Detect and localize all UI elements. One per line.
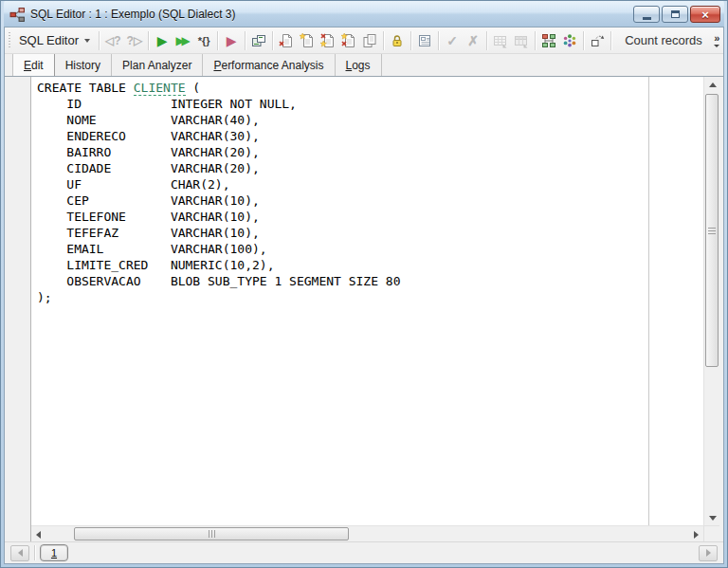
scroll-grip-icon	[708, 228, 716, 234]
toolbar-overflow-button[interactable]: »	[713, 29, 721, 52]
vertical-scrollbar[interactable]	[703, 77, 719, 525]
sql-editor-dropdown[interactable]: SQL Editor	[13, 30, 96, 51]
execute-script-icon[interactable]: ▶▶	[173, 30, 193, 51]
arrow-right-icon	[694, 531, 699, 539]
code-line: CIDADE VARCHAR(20),	[37, 160, 703, 176]
editor-region: CREATE TABLE CLIENTE ( ID INTEGER NOT NU…	[5, 76, 723, 541]
arrow-right-icon	[706, 549, 711, 557]
new-statement-icon[interactable]	[297, 30, 318, 51]
code-line: CREATE TABLE CLIENTE (	[37, 80, 703, 96]
toolbar-separator	[272, 31, 273, 50]
plan-diagram-icon[interactable]	[538, 30, 559, 51]
toolbar-grip[interactable]	[8, 32, 10, 49]
tab-edit[interactable]: Edit	[12, 54, 55, 76]
code-line: BAIRRO VARCHAR(20),	[37, 144, 703, 160]
toolbar: SQL Editor◁??▷▶▶▶*{}▶✓✗Count records»	[5, 27, 723, 54]
fetch-all-grid-icon[interactable]	[490, 30, 511, 51]
toolbar-separator	[245, 31, 246, 50]
execute-icon[interactable]: ▶	[152, 30, 173, 51]
tab-bar: EditHistoryPlan AnalyzerPerformance Anal…	[5, 54, 723, 76]
execute-and-commit-icon[interactable]: ▶	[221, 30, 242, 51]
next-page-button[interactable]	[699, 545, 718, 561]
table-name-link[interactable]: CLIENTE	[134, 81, 186, 96]
chevron-down-icon	[84, 39, 90, 43]
lock-transaction-icon[interactable]	[387, 30, 408, 51]
statistics-icon[interactable]	[559, 30, 580, 51]
editor-splitter[interactable]	[648, 77, 649, 525]
code-line: TELEFONE VARCHAR(10),	[37, 209, 703, 225]
copy-statement-icon[interactable]	[359, 30, 380, 51]
previous-page-button[interactable]	[10, 545, 29, 561]
statement-bar: 1	[5, 541, 723, 563]
toolbar-separator	[486, 31, 487, 50]
tab-logs[interactable]: Logs	[336, 54, 382, 76]
window-title: SQL Editor : 1 : Exemplo (SQL Dialect 3)	[30, 8, 236, 21]
execute-block-icon[interactable]: *{}	[193, 30, 214, 51]
commit-icon[interactable]: ✓	[442, 30, 463, 51]
tab-performance-analysis[interactable]: Performance Analysis	[203, 54, 335, 76]
next-statement-icon[interactable]: ?▷	[124, 30, 146, 51]
divider	[34, 545, 35, 560]
close-button[interactable]: ×	[690, 6, 720, 23]
toolbar-separator	[99, 31, 100, 50]
detach-window-icon[interactable]	[587, 30, 608, 51]
code-line: CEP VARCHAR(10),	[37, 192, 703, 209]
clear-statement-icon[interactable]	[338, 30, 359, 51]
toolbar-separator	[217, 31, 218, 50]
toolbar-separator	[438, 31, 439, 50]
code-line: );	[37, 289, 703, 305]
scroll-right-button[interactable]	[689, 526, 703, 542]
scroll-up-button[interactable]	[704, 77, 720, 92]
view-frame-icon[interactable]	[414, 30, 435, 51]
titlebar[interactable]: SQL Editor : 1 : Exemplo (SQL Dialect 3)…	[4, 0, 724, 27]
window-controls: ×	[631, 6, 720, 23]
discard-statement-icon[interactable]	[276, 30, 297, 51]
client-area: SQL Editor◁??▷▶▶▶*{}▶✓✗Count records» Ed…	[4, 27, 724, 564]
code-line: UF CHAR(2),	[37, 176, 703, 192]
toolbar-separator	[535, 31, 536, 50]
app-diagram-icon	[9, 7, 26, 23]
arrow-left-icon	[36, 531, 41, 539]
close-icon: ×	[701, 9, 709, 21]
code-line: LIMITE_CRED NUMERIC(10,2),	[37, 257, 703, 273]
tab-plan-analyzer[interactable]: Plan Analyzer	[112, 54, 203, 76]
toggle-view-icon[interactable]	[248, 30, 269, 51]
toolbar-separator	[610, 31, 611, 50]
editor-frame: CREATE TABLE CLIENTE ( ID INTEGER NOT NU…	[30, 77, 719, 541]
minimize-button[interactable]	[633, 6, 660, 23]
code-line: ENDERECO VARCHAR(30),	[37, 128, 703, 144]
code-line: OBSERVACAO BLOB SUB_TYPE 1 SEGMENT SIZE …	[37, 273, 703, 289]
horizontal-scrollbar[interactable]	[31, 525, 703, 541]
stop-fetch-grid-icon[interactable]	[511, 30, 532, 51]
toolbar-separator	[148, 31, 149, 50]
maximize-button[interactable]	[662, 6, 688, 23]
horizontal-scroll-thumb[interactable]	[74, 527, 349, 541]
code-line: NOME VARCHAR(40),	[37, 112, 703, 128]
minimize-icon	[643, 17, 651, 20]
delete-statement-icon[interactable]	[318, 30, 338, 51]
previous-statement-icon[interactable]: ◁?	[102, 30, 124, 51]
sql-editor-window: SQL Editor : 1 : Exemplo (SQL Dialect 3)…	[0, 0, 728, 568]
sql-code-editor[interactable]: CREATE TABLE CLIENTE ( ID INTEGER NOT NU…	[31, 77, 703, 525]
statement-page-button[interactable]: 1	[40, 544, 68, 561]
count-records-button[interactable]: Count records	[614, 30, 713, 51]
arrow-left-icon	[18, 549, 23, 557]
toolbar-separator	[383, 31, 384, 50]
toolbar-separator	[410, 31, 411, 50]
toolbar-separator	[583, 31, 584, 50]
vertical-scroll-thumb[interactable]	[705, 94, 719, 367]
code-line: ID INTEGER NOT NULL,	[37, 96, 703, 112]
code-line: EMAIL VARCHAR(100),	[37, 241, 703, 257]
rollback-icon[interactable]: ✗	[463, 30, 483, 51]
scroll-grip-icon	[209, 530, 215, 538]
scrollbar-corner	[703, 525, 719, 541]
scroll-down-button[interactable]	[704, 510, 720, 525]
scroll-left-button[interactable]	[31, 526, 46, 542]
tab-history[interactable]: History	[55, 54, 112, 76]
arrow-down-icon	[709, 516, 717, 521]
code-line: TEFEFAZ VARCHAR(10),	[37, 225, 703, 241]
maximize-icon	[671, 10, 680, 18]
arrow-up-icon	[709, 82, 717, 87]
